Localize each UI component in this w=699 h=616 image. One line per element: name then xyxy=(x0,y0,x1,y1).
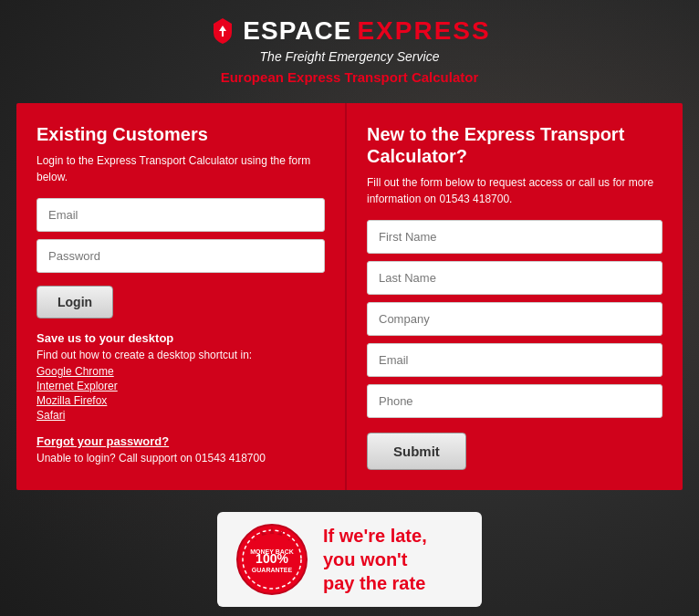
forgot-password-desc: Unable to login? Call support on 01543 4… xyxy=(37,452,325,465)
page-wrapper: espace EXPRESS The Freight Emergency Ser… xyxy=(0,0,699,616)
subtitle: European Express Transport Calculator xyxy=(0,69,699,85)
right-panel-title: New to the Express Transport Calculator? xyxy=(367,123,662,167)
forgot-password-link[interactable]: Forgot your password? xyxy=(37,434,325,448)
guarantee-box: MONEY BACK 100% GUARANTEE If we're late,… xyxy=(217,512,482,607)
right-panel-desc: Fill out the form below to request acces… xyxy=(367,174,662,207)
new-customers-panel: New to the Express Transport Calculator?… xyxy=(345,103,683,490)
money-back-badge: MONEY BACK 100% GUARANTEE xyxy=(235,523,308,596)
firefox-link[interactable]: Mozilla Firefox xyxy=(37,394,325,407)
phone-input[interactable] xyxy=(367,384,662,418)
logo-area: espace EXPRESS xyxy=(0,16,699,46)
existing-customers-panel: Existing Customers Login to the Express … xyxy=(16,103,345,490)
svg-text:100%: 100% xyxy=(256,551,288,566)
password-input[interactable] xyxy=(37,239,325,273)
guarantee-text: If we're late, you won't pay the rate xyxy=(323,524,427,595)
header: espace EXPRESS The Freight Emergency Ser… xyxy=(0,0,699,96)
guarantee-line1: If we're late, xyxy=(323,524,427,548)
desktop-links-list: Google Chrome Internet Explorer Mozilla … xyxy=(37,365,325,422)
tagline: The Freight Emergency Service xyxy=(0,49,699,64)
ie-link[interactable]: Internet Explorer xyxy=(37,380,325,392)
logo-express: EXPRESS xyxy=(357,16,490,46)
left-panel-desc: Login to the Express Transport Calculato… xyxy=(37,152,325,185)
login-button[interactable]: Login xyxy=(37,286,113,318)
save-to-desktop-desc: Find out how to create a desktop shortcu… xyxy=(37,349,325,361)
logo-espace: espace xyxy=(243,16,351,46)
guarantee-area: MONEY BACK 100% GUARANTEE If we're late,… xyxy=(16,512,683,607)
submit-button[interactable]: Submit xyxy=(367,433,466,470)
guarantee-line3: pay the rate xyxy=(323,571,427,595)
reg-email-input[interactable] xyxy=(367,343,662,377)
safari-link[interactable]: Safari xyxy=(37,409,325,422)
email-input[interactable] xyxy=(37,198,325,232)
svg-text:GUARANTEE: GUARANTEE xyxy=(252,567,293,573)
chrome-link[interactable]: Google Chrome xyxy=(37,365,325,378)
main-content: Existing Customers Login to the Express … xyxy=(16,103,683,490)
save-to-desktop-title: Save us to your desktop xyxy=(37,331,325,345)
first-name-input[interactable] xyxy=(367,220,662,254)
logo-icon xyxy=(208,16,237,46)
left-panel-title: Existing Customers xyxy=(37,123,325,145)
company-input[interactable] xyxy=(367,302,662,336)
last-name-input[interactable] xyxy=(367,261,662,295)
guarantee-line2: you won't xyxy=(323,548,427,571)
